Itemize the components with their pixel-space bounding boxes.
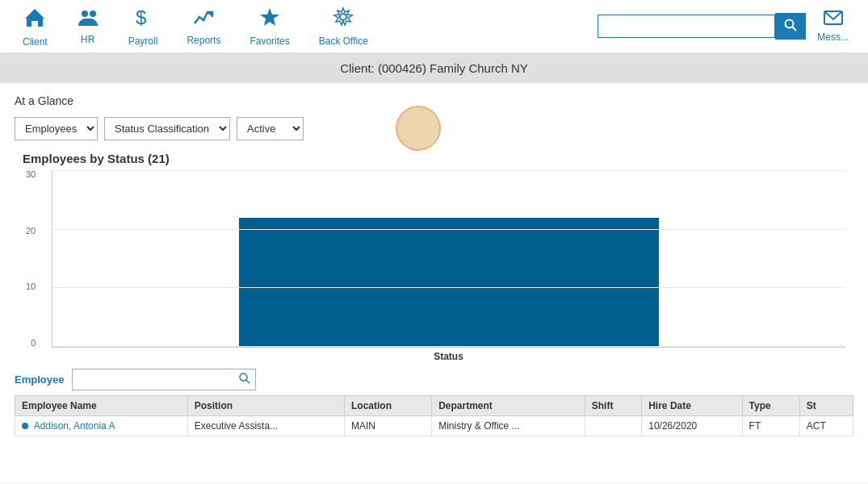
svg-point-11: [240, 373, 247, 381]
status-classification-dropdown[interactable]: Status Classification: [104, 117, 230, 140]
backoffice-icon: [333, 6, 354, 32]
employee-table: Employee Name Position Location Departme…: [15, 395, 853, 436]
chart-bar-active: [239, 218, 659, 347]
favorites-icon: [259, 6, 280, 32]
client-bar: Client: (000426) Family Church NY: [0, 53, 868, 83]
svg-line-12: [246, 380, 249, 383]
y-label-0: 0: [26, 339, 36, 348]
col-header-shift: Shift: [585, 396, 641, 416]
cell-status: ACT: [799, 416, 853, 436]
search-bar: [598, 13, 806, 40]
col-header-status: St: [799, 396, 853, 416]
nav-payroll[interactable]: $ Payroll: [114, 0, 173, 52]
col-header-type: Type: [742, 396, 799, 416]
svg-point-8: [786, 20, 794, 28]
status-dot: [22, 423, 28, 429]
chart-area: [52, 170, 845, 348]
employee-link[interactable]: Addison, Antonia A: [34, 420, 115, 432]
y-label-10: 10: [26, 282, 36, 291]
cell-department: Ministry & Office ...: [432, 416, 585, 436]
cell-hiredate: 10/26/2020: [642, 416, 742, 436]
cell-position: Executive Assista...: [187, 416, 344, 436]
svg-point-3: [82, 10, 88, 17]
col-header-position: Position: [187, 396, 344, 416]
main-content: At a Glance Employees Status Classificat…: [0, 83, 868, 483]
nav-payroll-label: Payroll: [128, 35, 158, 47]
search-button[interactable]: [775, 13, 806, 40]
nav-client[interactable]: Client: [8, 0, 62, 52]
messages-label: Mess...: [817, 31, 849, 43]
y-label-20: 20: [26, 227, 36, 236]
cell-shift: [585, 416, 641, 436]
filter-row: Employees Status Classification Active I…: [15, 117, 853, 140]
nav-favorites[interactable]: Favorites: [235, 0, 304, 52]
table-header-row: Employee Name Position Location Departme…: [15, 396, 853, 416]
svg-marker-6: [260, 8, 279, 26]
cell-type: FT: [742, 416, 799, 436]
svg-rect-2: [31, 21, 38, 27]
cell-location: MAIN: [345, 416, 432, 436]
cell-name: Addison, Antonia A: [15, 416, 188, 436]
client-icon: [23, 6, 46, 33]
col-header-name: Employee Name: [15, 396, 188, 416]
nav-backoffice-label: Back Office: [319, 35, 368, 47]
nav-messages[interactable]: Mess...: [806, 0, 860, 52]
reports-icon: [193, 7, 214, 31]
client-name: Client: (000426) Family Church NY: [340, 61, 528, 75]
employee-label[interactable]: Employee: [15, 373, 64, 386]
y-axis-labels: 30 20 10 0: [26, 170, 36, 348]
nav-backoffice[interactable]: Back Office: [304, 0, 383, 52]
payroll-icon: $: [134, 6, 152, 32]
nav-reports[interactable]: Reports: [172, 0, 235, 52]
employee-search-row: Employee: [15, 369, 853, 390]
nav-client-label: Client: [23, 36, 48, 48]
hr-icon: [77, 8, 99, 31]
at-a-glance-title: At a Glance: [15, 94, 853, 107]
col-header-hiredate: Hire Date: [642, 396, 742, 416]
active-circle-highlight: [396, 106, 441, 151]
svg-point-7: [340, 14, 346, 20]
svg-text:$: $: [136, 6, 146, 27]
chart-title: Employees by Status (21): [23, 152, 845, 165]
col-header-department: Department: [432, 396, 585, 416]
col-header-location: Location: [345, 396, 432, 416]
svg-marker-1: [25, 9, 44, 19]
bar-wrapper: [52, 170, 845, 347]
table-row: Addison, Antonia A Executive Assista... …: [15, 416, 853, 436]
employee-search-button[interactable]: [234, 369, 255, 390]
svg-line-9: [793, 27, 797, 31]
employee-search-input-container: [72, 369, 256, 390]
x-axis-label: Status: [52, 351, 845, 362]
chart-container: Employees by Status (21) 30 20 10 0: [15, 152, 853, 362]
nav-hr-label: HR: [81, 34, 94, 45]
svg-point-4: [90, 10, 96, 17]
nav-favorites-label: Favorites: [249, 35, 289, 47]
nav-hr[interactable]: HR: [62, 0, 114, 52]
top-navigation: Client HR $ Payroll Reports: [0, 0, 868, 53]
search-input[interactable]: [598, 15, 775, 38]
employees-dropdown[interactable]: Employees: [15, 117, 98, 140]
nav-reports-label: Reports: [187, 35, 220, 46]
active-dropdown[interactable]: Active Inactive All: [237, 117, 304, 140]
y-label-30: 30: [26, 170, 36, 179]
employee-search-field[interactable]: [73, 371, 234, 389]
